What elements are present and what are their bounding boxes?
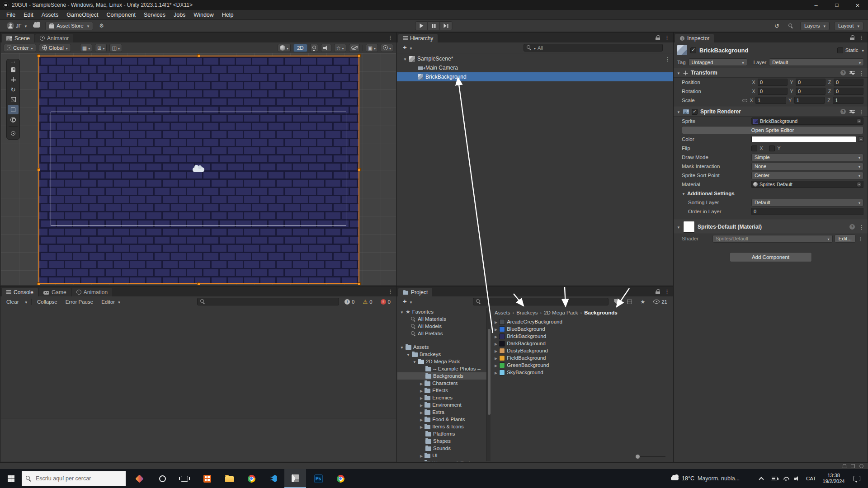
windows-search-box[interactable] <box>22 471 126 486</box>
2d-mode-toggle[interactable]: 2D <box>293 44 307 52</box>
console-collapse-toggle[interactable]: Collapse <box>34 298 60 306</box>
expander-icon[interactable] <box>495 326 497 332</box>
tray-network[interactable] <box>780 469 791 488</box>
maximize-button[interactable] <box>826 0 847 10</box>
expander-icon[interactable] <box>495 319 497 324</box>
lock-icon[interactable] <box>850 35 854 40</box>
search-by-type-button[interactable] <box>611 298 622 306</box>
flip-x-checkbox[interactable] <box>751 145 757 151</box>
menu-window[interactable]: Window <box>189 12 217 18</box>
menu-services[interactable]: Services <box>140 12 170 18</box>
selection-handle[interactable] <box>197 54 200 57</box>
menu-assets[interactable]: Assets <box>38 12 63 18</box>
menu-component[interactable]: Component <box>102 12 140 18</box>
foldout-icon[interactable] <box>420 417 423 422</box>
project-search-input[interactable] <box>473 298 609 305</box>
console-warning-filter[interactable]: 0 <box>360 298 375 306</box>
rotation-y-field[interactable]: 0 <box>796 88 826 95</box>
expander-icon[interactable] <box>495 348 497 353</box>
tree-folder-backgrounds[interactable]: Backgrounds <box>397 372 490 380</box>
tab-animation[interactable]: Animation <box>72 288 112 296</box>
rect-tool-button[interactable] <box>8 105 19 114</box>
static-checkbox[interactable] <box>837 47 843 53</box>
tab-project[interactable]: Project <box>398 288 432 296</box>
hierarchy-search-input[interactable]: All <box>524 44 663 52</box>
tree-folder-enemies[interactable]: Enemies <box>397 394 490 401</box>
task-view-button[interactable] <box>174 469 195 488</box>
view-tool-button[interactable] <box>8 65 19 75</box>
open-sprite-editor-button[interactable]: Open Sprite Editor <box>682 126 863 134</box>
static-dropdown[interactable] <box>860 47 864 53</box>
shader-kebab-icon[interactable] <box>858 235 863 242</box>
scrollbar-thumb[interactable] <box>488 329 491 415</box>
snap-settings-dropdown[interactable] <box>95 44 107 52</box>
scale-tool-button[interactable] <box>8 95 19 104</box>
custom-tool-button[interactable] <box>8 128 19 138</box>
favorites-filter-button[interactable] <box>637 298 648 306</box>
mask-interaction-dropdown[interactable]: None <box>751 163 863 170</box>
expander-icon[interactable] <box>495 333 497 339</box>
transform-tool-button[interactable] <box>8 115 19 124</box>
breadcrumb-2d-mega-pack[interactable]: 2D Mega Pack <box>544 310 578 315</box>
material-kebab-icon[interactable] <box>859 224 864 230</box>
file-greenbackground[interactable]: GreenBackground <box>491 361 673 369</box>
tray-volume[interactable] <box>792 469 802 488</box>
tab-hierarchy[interactable]: Hierarchy <box>398 34 438 42</box>
scale-y-field[interactable]: 1 <box>794 97 825 104</box>
foldout-icon[interactable] <box>682 190 685 197</box>
console-detail-pane[interactable] <box>1 418 396 461</box>
tree-all-models[interactable]: All Models <box>397 323 490 330</box>
move-tool-button[interactable] <box>8 75 19 84</box>
tree-folder-environment[interactable]: Environment <box>397 401 490 408</box>
minimize-button[interactable] <box>806 0 826 10</box>
scene-row-kebab-icon[interactable] <box>665 56 670 62</box>
tag-dropdown[interactable]: Untagged <box>689 58 747 66</box>
foldout-icon[interactable] <box>420 402 423 408</box>
tree-folder-items-icons[interactable]: Items & Icons <box>397 423 490 430</box>
component-enabled-checkbox[interactable] <box>692 109 698 115</box>
tray-show-hidden-icons[interactable] <box>756 469 767 488</box>
foldout-icon[interactable] <box>420 460 423 461</box>
presets-icon[interactable] <box>849 70 855 75</box>
scene-lighting-toggle[interactable] <box>310 44 318 52</box>
selection-handle[interactable] <box>37 282 40 285</box>
position-z-field[interactable]: 0 <box>834 79 863 86</box>
component-kebab-icon[interactable] <box>859 70 864 76</box>
photoshop-button[interactable]: Ps <box>307 469 329 488</box>
file-dustybackground[interactable]: DustyBackground <box>491 347 673 354</box>
account-dropdown[interactable]: JF <box>5 22 29 30</box>
console-menu-kebab-icon[interactable] <box>387 288 393 295</box>
menu-gameobject[interactable]: GameObject <box>62 12 102 18</box>
hierarchy-row-brickbackground[interactable]: BrickBackground <box>397 72 673 81</box>
breadcrumb-assets[interactable]: Assets <box>495 310 510 315</box>
vscode-button[interactable] <box>263 469 284 488</box>
selection-handle[interactable] <box>358 282 361 285</box>
expander-icon[interactable] <box>495 362 497 368</box>
notifications-bell-icon[interactable] <box>843 464 846 468</box>
material-object-field[interactable]: Sprites-Default <box>751 181 863 188</box>
tree-folder-characters[interactable]: Characters <box>397 380 490 387</box>
tree-assets[interactable]: Assets <box>397 343 490 351</box>
sorting-layer-dropdown[interactable]: Default <box>751 199 863 206</box>
tab-animator[interactable]: Animator <box>35 34 73 42</box>
file-explorer-button[interactable] <box>218 469 240 488</box>
hierarchy-menu-kebab-icon[interactable] <box>664 34 670 41</box>
object-picker-icon[interactable] <box>856 118 862 124</box>
asset-store-button[interactable]: Asset Store <box>45 22 93 30</box>
start-button[interactable] <box>0 469 22 488</box>
tab-game[interactable]: Game <box>39 288 71 296</box>
close-button[interactable] <box>847 0 868 10</box>
hierarchy-row-scene[interactable]: SampleScene* <box>397 54 673 63</box>
file-darkbackground[interactable]: DarkBackground <box>491 340 673 347</box>
tab-scene[interactable]: Scene <box>2 34 34 42</box>
hierarchy-row-main-camera[interactable]: Main Camera <box>397 63 673 72</box>
tree-all-materials[interactable]: All Materials <box>397 315 490 323</box>
breadcrumb-backgrounds[interactable]: Backgrounds <box>584 310 618 315</box>
progress-status-icon[interactable] <box>859 464 863 468</box>
tab-inspector[interactable]: Inspector <box>675 34 714 42</box>
flip-y-checkbox[interactable] <box>769 145 775 151</box>
console-clear-options[interactable] <box>22 298 28 306</box>
component-kebab-icon[interactable] <box>859 108 864 115</box>
tree-all-prefabs[interactable]: All Prefabs <box>397 330 490 337</box>
shading-mode-dropdown[interactable] <box>278 44 291 52</box>
